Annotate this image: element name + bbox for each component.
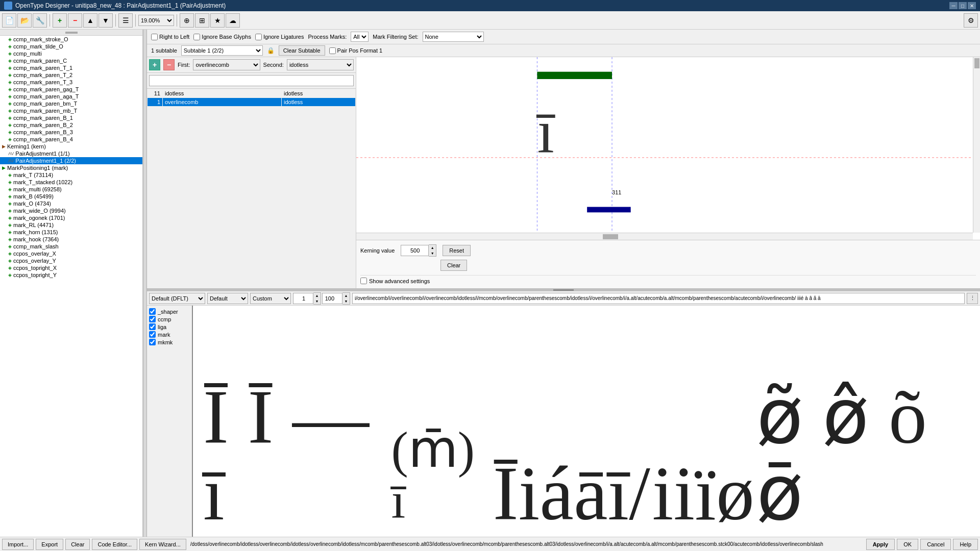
val1-down[interactable]: ▼ [313,298,321,304]
status-clear-button[interactable]: Clear [65,539,90,550]
grid-button[interactable]: ⊞ [195,13,209,28]
sidebar-item[interactable]: ◈ccpos_overlay_Y [0,257,142,264]
feature-check-item[interactable]: mkmk [149,338,190,346]
ignore-base-label[interactable]: Ignore Base Glyphs [193,34,251,40]
table-row[interactable]: 1 overlinecomb idotless [148,98,356,107]
sidebar-item[interactable]: ◈mark_multi (69258) [0,186,142,193]
val2-input[interactable] [322,293,342,304]
new-button[interactable]: 📄 [2,13,16,28]
resize-handle-top[interactable] [65,32,78,34]
zoom-select[interactable]: 10.00% 19.00% 25.00% 50.00% 100% [138,15,174,26]
kern-value-input[interactable] [401,245,429,256]
pair-search-input[interactable] [149,75,354,86]
feature-check-item[interactable]: ccmp [149,315,190,323]
sidebar-item[interactable]: ◈ccmp_mark_paren_C [0,57,142,64]
sidebar-item[interactable]: ◈mark_wide_O (9994) [0,207,142,214]
scroll-bottom[interactable] [356,233,973,240]
sidebar-item[interactable]: ◈ccmp_mark_paren_B_2 [0,121,142,129]
pair-table-container[interactable]: 11 idotless idotless 1 overlinecomb idot… [147,89,356,288]
sidebar-item[interactable]: ◈ccpos_topright_X [0,264,142,271]
sidebar-item[interactable]: ◈ccmp_mark_paren_B_1 [0,114,142,121]
reset-button[interactable]: Reset [443,245,471,256]
show-advanced-label[interactable]: Show advanced settings [360,278,976,284]
sidebar-item[interactable]: ◈ccmp_mark_paren_aga_T [0,93,142,100]
apply-button[interactable]: Apply [866,539,895,550]
sidebar-item[interactable]: ◈mark_RL (4471) [0,221,142,229]
mode-select[interactable]: Custom Auto [250,293,291,304]
sidebar-item[interactable]: ◈ccmp_mark_paren_T_2 [0,71,142,79]
script-select[interactable]: Default (DFLT) [149,293,205,304]
sidebar-item[interactable]: ◈mark_T_stacked (1022) [0,179,142,186]
center-button[interactable]: ⊕ [180,13,194,28]
sidebar-item[interactable]: ◈ccmp_mark_paren_mb_T [0,107,142,114]
minimize-button[interactable]: ─ [949,2,958,9]
feature-checkbox[interactable] [149,323,156,330]
open-button[interactable]: 📂 [17,13,32,28]
feature-checkbox[interactable] [149,331,156,338]
table-row[interactable]: 11 idotless idotless [148,89,356,98]
help-button[interactable]: Help [953,539,978,550]
sidebar-item[interactable]: ◈mark_horn (1315) [0,229,142,236]
settings-button[interactable]: ⚙ [964,13,978,28]
subtable-select[interactable]: Subtable 1 (2/2) [181,45,263,56]
sidebar-item[interactable]: ◈ccmp_mark_paren_B_4 [0,136,142,143]
list-button[interactable]: ☰ [118,13,133,28]
ok-button[interactable]: OK [897,539,918,550]
val1-input[interactable] [293,293,313,304]
pair-pos-label[interactable]: Pair Pos Format 1 [329,47,383,54]
sidebar-item[interactable]: ◈ccmp_mark_slash [0,243,142,250]
process-marks-select[interactable]: All [351,32,369,42]
spin-down[interactable]: ▼ [429,251,436,256]
sidebar-item[interactable]: ◈ccpos_overlay_X [0,250,142,257]
clear-kerning-button[interactable]: Clear [440,260,467,271]
sidebar-item[interactable]: ◈ccmp_mark_paren_bm_T [0,100,142,107]
sidebar-item[interactable]: AVPairAdjustment1 (1/1) [0,150,142,157]
ignore-lig-label[interactable]: Ignore Ligatures [255,34,304,40]
scroll-thumb-v[interactable] [974,58,979,68]
val2-up[interactable]: ▲ [342,293,350,298]
sidebar-item[interactable]: ◈mark_B (45499) [0,193,142,200]
right-to-left-label[interactable]: Right to Left [151,34,189,40]
cloud-button[interactable]: ☁ [226,13,240,28]
pair-pos-checkbox[interactable] [329,47,336,54]
sidebar-drag-handle[interactable] [143,30,147,537]
scroll-right[interactable] [973,57,980,233]
bottom-copy-button[interactable]: ⋮ [967,293,978,304]
feature-check-item[interactable]: mark [149,331,190,338]
sidebar-item[interactable]: ◈ccmp_mark_paren_T_1 [0,64,142,71]
first-select[interactable]: overlinecomb [193,59,260,70]
kern-wizard-button[interactable]: Kern Wizard... [139,539,186,550]
second-select[interactable]: idotless [287,59,354,70]
clear-subtable-button[interactable]: Clear Subtable [279,45,325,56]
sidebar-item[interactable]: ◈ccmp_mark_stroke_O [0,36,142,43]
show-advanced-checkbox[interactable] [360,278,367,284]
spin-up[interactable]: ▲ [429,245,436,251]
feature-check-item[interactable]: _shaper [149,308,190,315]
sidebar-item[interactable]: ◈mark_T (73114) [0,171,142,179]
sidebar-item[interactable]: ◈ccmp_mark_paren_B_3 [0,129,142,136]
feature-checkbox[interactable] [149,339,156,345]
down-button[interactable]: ▼ [99,13,113,28]
scroll-thumb-h[interactable] [603,234,618,239]
close-button[interactable]: ✕ [968,2,976,9]
sidebar-item[interactable]: ▶Kerning1 (kern) [0,143,142,150]
add-pair-button[interactable]: + [149,59,160,70]
sidebar-item[interactable]: ◈ccmp_mark_tilde_O [0,43,142,50]
right-to-left-checkbox[interactable] [151,34,158,40]
sidebar-item[interactable]: ◈ccpos_topright_Y [0,271,142,279]
val1-up[interactable]: ▲ [313,293,321,298]
sidebar-item[interactable]: ◈ccmp_mark_paren_gag_T [0,86,142,93]
lang-select[interactable]: Default [207,293,248,304]
add-button[interactable]: + [53,13,67,28]
ignore-base-checkbox[interactable] [193,34,200,40]
star-button[interactable]: ★ [210,13,225,28]
up-button[interactable]: ▲ [83,13,97,28]
feature-checkbox[interactable] [149,308,156,315]
sidebar-item[interactable]: ◈mark_O (4734) [0,200,142,207]
code-editor-button[interactable]: Code Editor... [92,539,137,550]
maximize-button[interactable]: □ [959,2,967,9]
val2-down[interactable]: ▼ [342,298,350,304]
sidebar-item[interactable]: ◈ccmp_mark_paren_T_3 [0,79,142,86]
mark-filter-select[interactable]: None [423,32,484,42]
feature-checkbox[interactable] [149,316,156,322]
